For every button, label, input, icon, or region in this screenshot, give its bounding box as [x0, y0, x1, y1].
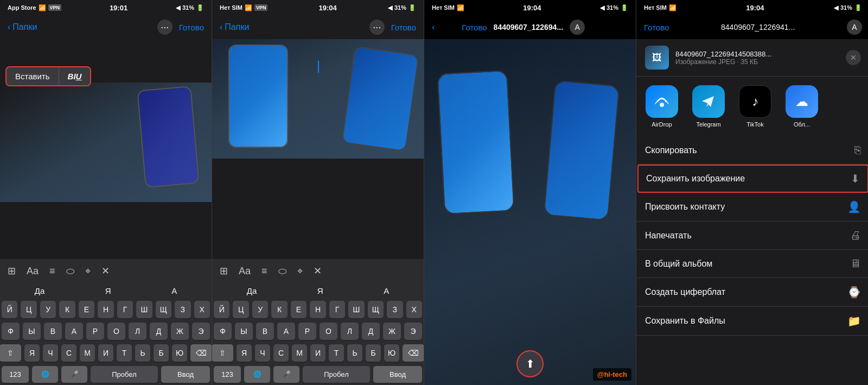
suggest-a-2[interactable]: А	[377, 286, 395, 295]
format-button[interactable]: BIU	[59, 67, 91, 85]
key2-yu[interactable]: Ю	[384, 344, 399, 362]
key-t[interactable]: Т	[117, 344, 132, 362]
key-m[interactable]: М	[80, 344, 95, 362]
key-ye[interactable]: Е	[79, 301, 94, 318]
key2-ya[interactable]: Я	[237, 344, 252, 362]
key2-i[interactable]: И	[310, 344, 326, 362]
key-g[interactable]: Г	[117, 301, 133, 318]
globe-key-2[interactable]: 🌐	[244, 366, 270, 383]
key-yu[interactable]: Ю	[172, 344, 187, 362]
key2-y2[interactable]: Ы	[235, 323, 253, 340]
key-zh[interactable]: Ж	[171, 323, 189, 340]
key2-a[interactable]: А	[277, 323, 295, 340]
numbers-key-1[interactable]: 123	[2, 366, 29, 383]
key2-r[interactable]: Р	[298, 323, 316, 340]
key2-b[interactable]: Б	[366, 344, 381, 362]
suggest-da-2[interactable]: Да	[240, 286, 264, 295]
font-icon-1[interactable]: Aa	[23, 263, 42, 279]
more-button-1[interactable]: ···	[157, 20, 173, 35]
key-i[interactable]: И	[98, 344, 113, 362]
mic-key-1[interactable]: 🎤	[61, 366, 87, 383]
suggest-ya-2[interactable]: Я	[311, 286, 330, 295]
globe-key-1[interactable]: 🌐	[32, 366, 58, 383]
key-z[interactable]: З	[175, 301, 190, 318]
done-button-3[interactable]: Готово	[462, 23, 487, 32]
share-app-cloud[interactable]: ☁ Обл...	[783, 85, 821, 128]
action-save-image[interactable]: Сохранить изображение ⬇	[637, 165, 868, 193]
key-soft[interactable]: Ь	[135, 344, 150, 362]
key-ya[interactable]: Я	[24, 344, 40, 362]
image-viewer[interactable]: @hi-tech ⬆	[424, 39, 636, 385]
back-button-2[interactable]: ‹ Папки	[220, 22, 249, 32]
close-share-button[interactable]: ✕	[846, 50, 861, 65]
key-x[interactable]: Х	[194, 301, 210, 318]
done-button-2[interactable]: Готово	[391, 23, 416, 32]
key2-z[interactable]: З	[387, 301, 403, 318]
key2-s[interactable]: С	[273, 344, 289, 362]
key2-u[interactable]: У	[252, 301, 268, 318]
shift-key-2[interactable]: ⇧	[212, 344, 233, 362]
share-app-telegram[interactable]: Telegram	[690, 85, 727, 128]
table-icon-2[interactable]: ⊞	[216, 263, 231, 279]
key-b[interactable]: Б	[154, 344, 169, 362]
mic-key-2[interactable]: 🎤	[273, 366, 299, 383]
share-app-tiktok[interactable]: ♪ TikTok	[736, 85, 774, 128]
key2-x[interactable]: Х	[406, 301, 422, 318]
more-button-2[interactable]: ···	[369, 20, 385, 35]
action-copy[interactable]: Скопировать ⎘	[636, 136, 868, 165]
key-shch[interactable]: Щ	[156, 301, 171, 318]
close-toolbar-icon-1[interactable]: ✕	[98, 263, 113, 279]
key2-ch[interactable]: Ч	[255, 344, 270, 362]
key-y[interactable]: Й	[2, 301, 17, 318]
backspace-key-1[interactable]: ⌫	[190, 344, 212, 362]
key2-d[interactable]: Д	[362, 323, 380, 340]
key-ts[interactable]: Ц	[21, 301, 36, 318]
suggest-da-1[interactable]: Да	[28, 286, 52, 295]
key2-ye[interactable]: Е	[291, 301, 307, 318]
key2-o[interactable]: О	[320, 323, 337, 340]
list-icon-2[interactable]: ≡	[258, 263, 271, 279]
key2-k[interactable]: К	[271, 301, 287, 318]
annotate-icon-3[interactable]: A	[570, 20, 585, 35]
pencil-icon-1[interactable]: ⌖	[82, 263, 94, 279]
key2-e[interactable]: Э	[404, 323, 422, 340]
key-o[interactable]: О	[107, 323, 125, 340]
space-key-1[interactable]: Пробел	[91, 366, 158, 383]
editor-area-2[interactable]	[212, 39, 424, 259]
key2-m[interactable]: М	[292, 344, 307, 362]
paste-button[interactable]: Вставить	[7, 67, 59, 85]
enter-key-2[interactable]: Ввод	[373, 366, 422, 383]
numbers-key-2[interactable]: 123	[214, 366, 241, 383]
camera-icon-1[interactable]: ⬭	[63, 263, 78, 279]
key-d[interactable]: Д	[150, 323, 168, 340]
suggest-a-1[interactable]: А	[165, 286, 183, 295]
action-assign-contact[interactable]: Присвоить контакту 👤	[636, 193, 868, 222]
enter-key-1[interactable]: Ввод	[161, 366, 210, 383]
key2-v[interactable]: В	[256, 323, 274, 340]
key-v[interactable]: В	[44, 323, 62, 340]
key-l[interactable]: Л	[129, 323, 146, 340]
key-n[interactable]: Н	[98, 301, 113, 318]
key-sh[interactable]: Ш	[136, 301, 152, 318]
action-shared-album[interactable]: В общий альбом 🖥	[636, 250, 868, 278]
key2-sh[interactable]: Ш	[348, 301, 364, 318]
suggest-ya-1[interactable]: Я	[99, 286, 118, 295]
table-icon-1[interactable]: ⊞	[4, 263, 19, 279]
key2-shch[interactable]: Щ	[368, 301, 384, 318]
back-button-1[interactable]: ‹ Папки	[8, 22, 37, 32]
shift-key-1[interactable]: ⇧	[0, 344, 21, 362]
action-watch-face[interactable]: Создать циферблат ⌚	[636, 278, 868, 307]
done-button-4[interactable]: Готово	[644, 23, 669, 32]
key-u[interactable]: У	[40, 301, 56, 318]
key-s[interactable]: С	[61, 344, 76, 362]
key-ch[interactable]: Ч	[43, 344, 58, 362]
share-button[interactable]: ⬆	[516, 350, 544, 377]
space-key-2[interactable]: Пробел	[303, 366, 370, 383]
back-button-3[interactable]: ‹	[432, 22, 435, 32]
key2-ts[interactable]: Ц	[233, 301, 248, 318]
action-save-files[interactable]: Сохранить в Файлы 📁	[636, 307, 868, 336]
key-a[interactable]: А	[65, 323, 83, 340]
backspace-key-2[interactable]: ⌫	[403, 344, 424, 362]
key2-soft[interactable]: Ь	[347, 344, 362, 362]
key-k[interactable]: К	[59, 301, 75, 318]
